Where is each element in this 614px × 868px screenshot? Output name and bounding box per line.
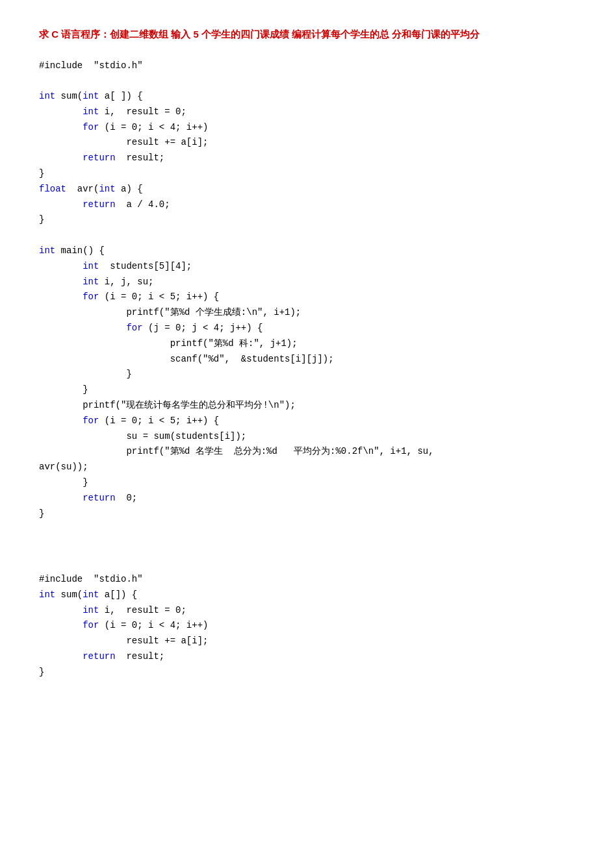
code-line: for (i = 0; i < 4; i++) [39, 120, 575, 136]
code-line: return result; [39, 151, 575, 166]
code-line: } [39, 367, 575, 382]
code-line: } [39, 506, 575, 522]
code-line: int i, result = 0; [39, 105, 575, 120]
code-line: int sum(int a[]) { [39, 588, 575, 603]
code-line: #include "stdio.h" [39, 572, 575, 588]
code-line: printf("第%d 名学生 总分为:%d 平均分为:%0.2f\n", i+… [39, 444, 575, 460]
code-line: int students[5][4]; [39, 259, 575, 275]
code-line: int sum(int a[ ]) { [39, 89, 575, 105]
code-line: for (i = 0; i < 4; i++) [39, 618, 575, 634]
code-line: for (j = 0; j < 4; j++) { [39, 321, 575, 336]
code-line: scanf("%d", &students[i][j]); [39, 352, 575, 367]
code-line-empty [39, 228, 575, 243]
code-line: float avr(int a) { [39, 182, 575, 197]
code-line: int i, result = 0; [39, 603, 575, 619]
code-line: for (i = 0; i < 5; i++) { [39, 414, 575, 429]
code-line-empty [39, 556, 575, 572]
code-line: #include "stdio.h" [39, 58, 575, 74]
code-line: printf("第%d 科:", j+1); [39, 336, 575, 352]
code-line: int main() { [39, 243, 575, 259]
code-section-1: #include "stdio.h" int sum(int a[ ]) { i… [39, 58, 575, 522]
code-line: printf("现在统计每名学生的总分和平均分!\n"); [39, 398, 575, 414]
code-section-2: #include "stdio.h" int sum(int a[]) { in… [39, 541, 575, 680]
code-line: return 0; [39, 491, 575, 506]
code-line: printf("第%d 个学生成绩:\n", i+1); [39, 305, 575, 321]
code-line: } [39, 212, 575, 228]
question: 求 C 语言程序：创建二维数组 输入 5 个学生的四门课成绩 编程计算每个学生的… [39, 26, 575, 43]
code-line-empty [39, 73, 575, 89]
code-line: } [39, 475, 575, 491]
code-line: return a / 4.0; [39, 197, 575, 213]
code-line: int i, j, su; [39, 275, 575, 290]
code-line: } [39, 382, 575, 398]
code-line: su = sum(students[i]); [39, 429, 575, 445]
code-line: } [39, 166, 575, 182]
code-line-empty [39, 541, 575, 556]
code-line: avr(su)); [39, 460, 575, 475]
code-line: result += a[i]; [39, 135, 575, 151]
code-line: for (i = 0; i < 5; i++) { [39, 290, 575, 305]
code-line: return result; [39, 649, 575, 665]
code-line: result += a[i]; [39, 634, 575, 649]
code-line: } [39, 665, 575, 680]
